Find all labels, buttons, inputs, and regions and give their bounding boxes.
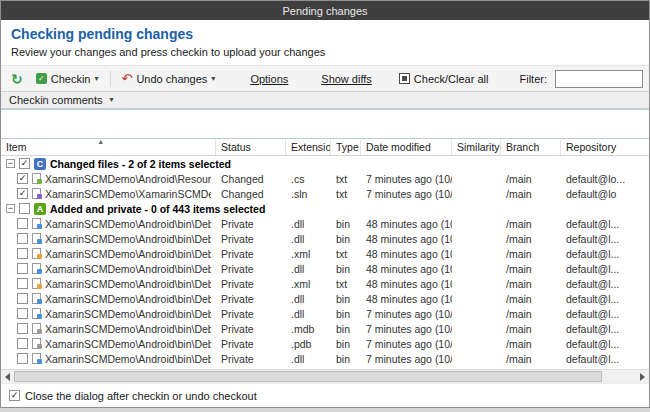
options-button[interactable]: Options (246, 71, 292, 87)
group-checkbox[interactable] (19, 158, 30, 169)
row-checkbox[interactable] (17, 218, 28, 229)
file-row[interactable]: XamarinSCMDemo\Android\bin\Debug\...Priv… (1, 216, 649, 231)
column-header-branch[interactable]: Branch (501, 139, 561, 155)
cell-repository: default@l... (561, 336, 649, 351)
refresh-button[interactable] (7, 71, 27, 87)
row-checkbox[interactable] (17, 188, 28, 199)
row-checkbox[interactable] (17, 263, 28, 274)
window-title: Pending changes (282, 5, 367, 17)
cell-item: XamarinSCMDemo\Android\bin\Debug\... (1, 321, 216, 336)
file-row[interactable]: XamarinSCMDemo\Android\Resources\...Chan… (1, 171, 649, 186)
column-header-repository[interactable]: Repository (561, 139, 649, 155)
column-header-item[interactable]: Item (1, 139, 216, 155)
cell-type: txt (331, 186, 361, 201)
column-label: Item (6, 141, 26, 153)
file-row[interactable]: XamarinSCMDemo\Android\bin\Debug\...Priv… (1, 306, 649, 321)
group-row[interactable]: AAdded and private - 0 of 443 items sele… (1, 201, 649, 216)
cell-branch: /main (501, 291, 561, 306)
file-row[interactable]: XamarinSCMDemo\Android\bin\Debug\...Priv… (1, 291, 649, 306)
file-row[interactable]: XamarinSCMDemo\Android\bin\Debug\...Priv… (1, 336, 649, 351)
cell-branch: /main (501, 246, 561, 261)
group-row[interactable]: CChanged files - 2 of 2 items selected (1, 156, 649, 171)
check-clear-label: Check/Clear all (414, 73, 489, 85)
cell-similarity (452, 171, 501, 186)
column-header-similarity[interactable]: Similarity (452, 139, 501, 155)
scrollbar-thumb[interactable] (14, 371, 602, 382)
scroll-left-button[interactable] (1, 370, 14, 383)
cell-branch: /main (501, 186, 561, 201)
file-row[interactable]: XamarinSCMDemo\Android\bin\Debug\...Priv… (1, 261, 649, 276)
show-diffs-button[interactable]: Show diffs (317, 71, 376, 87)
row-checkbox[interactable] (17, 233, 28, 244)
file-row[interactable]: XamarinSCMDemo\Android\bin\Debug\...Priv… (1, 351, 649, 366)
category-icon: C (34, 158, 46, 170)
undo-icon (122, 73, 133, 85)
check-clear-all-button[interactable]: Check/Clear all (395, 71, 493, 87)
column-header-status[interactable]: Status (216, 139, 286, 155)
file-type-dot (37, 284, 42, 289)
row-checkbox[interactable] (17, 323, 28, 334)
cell-similarity (452, 336, 501, 351)
cell-type: bin (331, 321, 361, 336)
cell-item: XamarinSCMDemo\Android\bin\Debug\... (1, 246, 216, 261)
file-row[interactable]: XamarinSCMDemo\Android\bin\Debug\...Priv… (1, 231, 649, 246)
cell-extension: .dll (286, 261, 331, 276)
group-label: Changed files - 2 of 2 items selected (50, 158, 231, 170)
undo-changes-label: Undo changes (136, 73, 207, 85)
file-row[interactable]: XamarinSCMDemo\Android\bin\Debug\...Priv… (1, 246, 649, 261)
collapse-expander-icon[interactable] (6, 204, 15, 213)
sort-ascending-icon (97, 139, 104, 145)
item-path: XamarinSCMDemo\Android\bin\Debug\... (45, 263, 211, 275)
cell-status: Private (216, 291, 286, 306)
file-icon (32, 293, 41, 304)
file-icon (32, 218, 41, 229)
checkin-comments-input[interactable] (1, 109, 649, 139)
titlebar[interactable]: Pending changes (1, 1, 649, 20)
footer: Close the dialog after checkin or undo c… (1, 383, 649, 407)
cell-repository: default@l... (561, 261, 649, 276)
row-checkbox[interactable] (17, 353, 28, 364)
row-checkbox[interactable] (17, 248, 28, 259)
checkin-comments-bar[interactable]: Checkin comments (1, 92, 649, 109)
item-path: XamarinSCMDemo\Android\bin\Debug\... (45, 278, 211, 290)
cell-similarity (452, 321, 501, 336)
scroll-right-button[interactable] (636, 370, 649, 383)
cell-date-modified: 7 minutes ago (10/24... (361, 306, 452, 321)
file-row[interactable]: XamarinSCMDemo\XamarinSCMDemo.s...Change… (1, 186, 649, 201)
checkin-button[interactable]: Checkin (32, 71, 103, 87)
column-header-extension[interactable]: Extension (286, 139, 331, 155)
cell-date-modified: 48 minutes ago (10/2... (361, 246, 452, 261)
column-label: Repository (566, 141, 616, 153)
file-icon (32, 188, 41, 199)
file-type-dot (37, 239, 42, 244)
column-header-date-modified[interactable]: Date modified (361, 139, 452, 155)
collapse-expander-icon[interactable] (6, 159, 15, 168)
triangle-left-icon (5, 373, 10, 381)
chevron-down-icon (211, 75, 215, 83)
group-checkbox[interactable] (19, 203, 30, 214)
row-checkbox[interactable] (17, 293, 28, 304)
cell-date-modified: 7 minutes ago (10/24... (361, 336, 452, 351)
row-checkbox[interactable] (17, 278, 28, 289)
row-checkbox[interactable] (17, 173, 28, 184)
row-checkbox[interactable] (17, 308, 28, 319)
close-dialog-checkbox[interactable] (9, 390, 20, 401)
item-path: XamarinSCMDemo\Android\bin\Debug\... (45, 323, 211, 335)
filter-input[interactable] (555, 70, 643, 88)
cell-date-modified: 48 minutes ago (10/2... (361, 291, 452, 306)
cell-status: Private (216, 231, 286, 246)
cell-status: Private (216, 246, 286, 261)
cell-extension: .dll (286, 231, 331, 246)
file-row[interactable]: XamarinSCMDemo\Android\bin\Debug\...Priv… (1, 276, 649, 291)
cell-extension: .dll (286, 306, 331, 321)
horizontal-scrollbar[interactable] (1, 369, 649, 383)
cell-type: bin (331, 306, 361, 321)
undo-changes-button[interactable]: Undo changes (118, 71, 220, 87)
cell-branch: /main (501, 216, 561, 231)
cell-extension: .dll (286, 291, 331, 306)
column-header-type[interactable]: Type (331, 139, 361, 155)
file-row[interactable]: XamarinSCMDemo\Android\bin\Debug\...Priv… (1, 321, 649, 336)
item-path: XamarinSCMDemo\Android\bin\Debug\... (45, 338, 211, 350)
row-checkbox[interactable] (17, 338, 28, 349)
cell-status: Private (216, 336, 286, 351)
